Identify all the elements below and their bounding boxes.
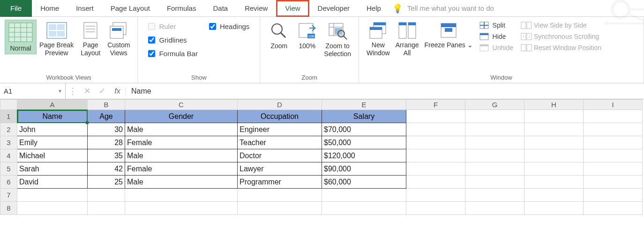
cell-G3[interactable] <box>465 136 524 149</box>
hide-button[interactable]: Hide <box>479 33 513 40</box>
cell-G8[interactable] <box>465 202 524 215</box>
formula-bar-checkbox[interactable]: Formula Bar <box>148 50 198 58</box>
col-header-G[interactable]: G <box>465 100 524 110</box>
cell-E7[interactable] <box>322 189 406 202</box>
cell-E8[interactable] <box>322 202 406 215</box>
enter-formula-button[interactable]: ✓ <box>95 86 110 96</box>
new-window-button[interactable]: NewWindow <box>364 20 393 59</box>
cell-F6[interactable] <box>406 176 465 189</box>
cell-G7[interactable] <box>465 189 524 202</box>
page-layout-button[interactable]: PageLayout <box>76 20 105 59</box>
cell-C1[interactable]: Gender <box>125 110 238 123</box>
cell-F7[interactable] <box>406 189 465 202</box>
cell-H3[interactable] <box>524 136 584 149</box>
name-box-dropdown-icon[interactable]: ▼ <box>58 88 62 94</box>
cell-I3[interactable] <box>584 136 643 149</box>
page-break-preview-button[interactable]: Page BreakPreview <box>37 20 76 59</box>
view-side-by-side-button[interactable]: View Side by Side <box>521 22 601 29</box>
cell-E1[interactable]: Salary <box>322 110 406 123</box>
cell-F5[interactable] <box>406 162 465 176</box>
zoom-100-button[interactable]: 100 100% <box>293 20 321 51</box>
cell-D2[interactable]: Engineer <box>238 123 322 136</box>
cell-H4[interactable] <box>524 149 584 162</box>
cell-C3[interactable]: Female <box>125 136 238 149</box>
cell-H7[interactable] <box>524 189 584 202</box>
unhide-button[interactable]: Unhide <box>479 44 513 51</box>
cell-F4[interactable] <box>406 149 465 162</box>
cell-G4[interactable] <box>465 149 524 162</box>
row-header-8[interactable]: 8 <box>0 202 17 215</box>
tab-data[interactable]: Data <box>204 0 236 17</box>
ruler-checkbox-input[interactable] <box>148 23 155 30</box>
cell-F3[interactable] <box>406 136 465 149</box>
cell-I8[interactable] <box>584 202 643 215</box>
cell-C7[interactable] <box>125 189 238 202</box>
tab-page-layout[interactable]: Page Layout <box>102 0 158 17</box>
cell-C2[interactable]: Male <box>125 123 238 136</box>
tab-view[interactable]: View <box>276 0 309 17</box>
cell-I4[interactable] <box>584 149 643 162</box>
cell-E5[interactable]: $90,000 <box>322 162 406 176</box>
tab-review[interactable]: Review <box>236 0 276 17</box>
tab-formulas[interactable]: Formulas <box>158 0 205 17</box>
formulabar-checkbox-input[interactable] <box>148 50 155 57</box>
name-box[interactable]: A1▼ <box>0 83 66 99</box>
col-header-I[interactable]: I <box>584 100 643 110</box>
insert-function-button[interactable]: fx <box>110 87 126 95</box>
col-header-C[interactable]: C <box>125 100 238 110</box>
row-header-2[interactable]: 2 <box>0 123 17 136</box>
ruler-checkbox[interactable]: Ruler <box>148 22 198 30</box>
row-header-4[interactable]: 4 <box>0 149 17 162</box>
cell-B3[interactable]: 28 <box>88 136 125 149</box>
custom-views-button[interactable]: CustomViews <box>105 20 133 59</box>
cell-B4[interactable]: 35 <box>88 149 125 162</box>
cell-A8[interactable] <box>17 202 88 215</box>
headings-checkbox[interactable]: Headings <box>209 22 249 30</box>
arrange-all-button[interactable]: ArrangeAll <box>393 20 422 59</box>
select-all-corner[interactable] <box>0 100 17 110</box>
col-header-B[interactable]: B <box>88 100 125 110</box>
cell-F2[interactable] <box>406 123 465 136</box>
cell-D4[interactable]: Doctor <box>238 149 322 162</box>
cell-H2[interactable] <box>524 123 584 136</box>
cell-I1[interactable] <box>584 110 643 123</box>
cell-E3[interactable]: $50,000 <box>322 136 406 149</box>
cell-A7[interactable] <box>17 189 88 202</box>
tab-home[interactable]: Home <box>32 0 67 17</box>
cell-D3[interactable]: Teacher <box>238 136 322 149</box>
formula-bar-handle[interactable]: ⋮ <box>66 86 80 96</box>
row-header-5[interactable]: 5 <box>0 162 17 176</box>
headings-checkbox-input[interactable] <box>209 23 216 30</box>
formula-bar-input[interactable]: Name <box>126 87 644 95</box>
col-header-A[interactable]: A <box>17 100 88 110</box>
gridlines-checkbox-input[interactable] <box>148 37 155 44</box>
gridlines-checkbox[interactable]: Gridlines <box>148 36 198 44</box>
cell-H5[interactable] <box>524 162 584 176</box>
cell-B1[interactable]: Age <box>88 110 125 123</box>
cell-D5[interactable]: Lawyer <box>238 162 322 176</box>
cell-C6[interactable]: Male <box>125 176 238 189</box>
zoom-to-selection-button[interactable]: Zoom toSelection <box>321 20 354 60</box>
col-header-E[interactable]: E <box>322 100 406 110</box>
row-header-7[interactable]: 7 <box>0 189 17 202</box>
normal-view-button[interactable]: Normal <box>5 20 37 54</box>
cell-A5[interactable]: Sarah <box>17 162 88 176</box>
cell-I6[interactable] <box>584 176 643 189</box>
row-header-1[interactable]: 1 <box>0 110 17 123</box>
cell-D6[interactable]: Programmer <box>238 176 322 189</box>
tab-insert[interactable]: Insert <box>67 0 102 17</box>
col-header-H[interactable]: H <box>524 100 584 110</box>
zoom-button[interactable]: Zoom <box>265 20 293 51</box>
synchronous-scrolling-button[interactable]: Synchronous Scrolling <box>521 33 601 40</box>
cell-A1[interactable]: Name <box>17 110 88 123</box>
cell-E2[interactable]: $70,000 <box>322 123 406 136</box>
split-button[interactable]: Split <box>479 22 513 29</box>
cancel-formula-button[interactable]: ✕ <box>80 86 95 96</box>
cell-I5[interactable] <box>584 162 643 176</box>
tab-help[interactable]: Help <box>358 0 389 17</box>
cell-A3[interactable]: Emily <box>17 136 88 149</box>
row-header-3[interactable]: 3 <box>0 136 17 149</box>
col-header-D[interactable]: D <box>238 100 322 110</box>
cell-B8[interactable] <box>88 202 125 215</box>
cell-D8[interactable] <box>238 202 322 215</box>
